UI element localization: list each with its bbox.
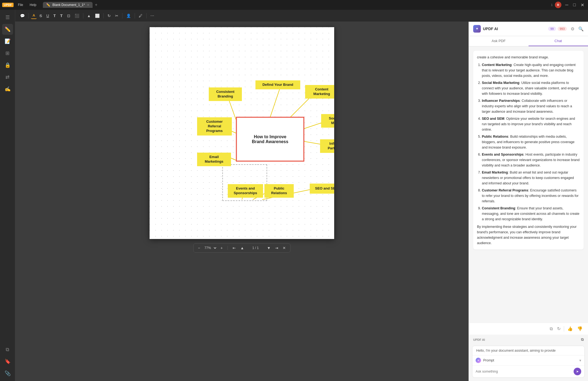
ai-search-btn[interactable]: 🔍 — [578, 26, 584, 32]
close-button[interactable]: ✕ — [579, 2, 586, 8]
zoom-in-btn[interactable]: + — [219, 245, 224, 251]
message-list: Content Marketing: Create high-quality a… — [477, 62, 580, 222]
markup-tool-btn[interactable]: 🖊 — [137, 12, 144, 19]
active-tab[interactable]: ✏️ Blank Document_1_1* ✕ — [43, 2, 93, 8]
refresh-btn[interactable]: ↻ — [556, 325, 562, 332]
node-social-media[interactable]: Social MediaMarketing — [321, 114, 334, 128]
ai-messages[interactable]: create a cohesive and memorable brand im… — [469, 46, 588, 323]
mind-map: How to ImproveBrand Awareness Defind You… — [150, 27, 334, 239]
pdf-area[interactable]: How to ImproveBrand Awareness Defind You… — [15, 22, 469, 381]
app-logo: UPDF — [2, 3, 14, 7]
node-content-marketing[interactable]: ContentMarketing — [305, 85, 334, 99]
node-influencer[interactable]: InfluenceerPartnesships — [320, 139, 334, 153]
ask-input[interactable] — [476, 370, 574, 373]
main-layout: ☰ ✏️ 📝 ⊞ 🔒 ⇄ ✍ ⧉ 🔖 📎 💬 A S U T T ⊡ ⬛ ▲ ⬜… — [0, 10, 588, 381]
sep6 — [146, 13, 147, 18]
comment-tool-btn[interactable]: 💬 — [18, 12, 26, 19]
svg-line-0 — [270, 88, 280, 118]
last-page-btn[interactable]: ⇥ — [274, 245, 279, 251]
ai-footer-actions: ⧉ ↻ 👍 👎 — [469, 323, 588, 335]
thumbs-up-btn[interactable]: 👍 — [566, 325, 574, 332]
copy-label-btn[interactable]: ⧉ — [581, 337, 584, 342]
first-page-btn[interactable]: ⇤ — [232, 245, 237, 251]
svg-line-9 — [303, 141, 322, 144]
svg-line-1 — [288, 95, 312, 119]
tab-chat[interactable]: Chat — [529, 36, 588, 46]
pdf-page: How to ImproveBrand Awareness Defind You… — [150, 27, 334, 239]
thumbs-down-btn[interactable]: 👎 — [576, 325, 584, 332]
rotate-tool-btn[interactable]: ↻ — [106, 12, 112, 19]
svg-line-3 — [228, 98, 236, 119]
node-customer-referral[interactable]: CustomerReferralPrograms — [197, 117, 232, 136]
close-pagination-btn[interactable]: ✕ — [282, 245, 287, 251]
user-avatar[interactable]: R — [555, 2, 561, 8]
sep3 — [103, 13, 104, 18]
version-badge: 1 — [551, 3, 553, 7]
zoom-out-btn[interactable]: − — [197, 245, 201, 251]
list-item: Public Relations: Build relationships wi… — [482, 134, 580, 150]
left-sidebar: ☰ ✏️ 📝 ⊞ 🔒 ⇄ ✍ ⧉ 🔖 📎 — [0, 10, 15, 381]
border-tool-btn[interactable]: ⬜ — [93, 12, 101, 19]
node-events[interactable]: Events andSponsorships — [228, 184, 263, 198]
send-button[interactable]: ➤ — [574, 368, 581, 375]
highlight-tool-btn[interactable]: A — [31, 12, 37, 19]
sidebar-layers-icon[interactable]: ⧉ — [2, 344, 13, 355]
sidebar-view-icon[interactable]: ☰ — [2, 12, 13, 23]
strikethrough-tool-btn[interactable]: S — [38, 12, 43, 19]
sidebar-organize-icon[interactable]: ⊞ — [2, 48, 13, 59]
menu-help[interactable]: Help — [27, 2, 39, 8]
minimize-button[interactable]: ─ — [564, 2, 570, 8]
more-tool-btn[interactable]: ⋯ — [149, 12, 156, 19]
image-tool-btn[interactable]: ⬛ — [73, 12, 81, 19]
tab-add-button[interactable]: + — [94, 2, 98, 7]
maximize-button[interactable]: □ — [571, 2, 577, 8]
copy-btn[interactable]: ⧉ — [549, 325, 554, 332]
menu-file[interactable]: File — [16, 2, 25, 8]
titlebar: UPDF File Help ✏️ Blank Document_1_1* ✕ … — [0, 0, 588, 10]
sidebar-sign-icon[interactable]: ✍ — [2, 84, 13, 95]
ai-settings-btn[interactable]: ⚙ — [571, 26, 574, 32]
ai-header: ✦ UPDF AI 99 993 ⚙ 🔍 — [469, 22, 588, 36]
sep4 — [122, 13, 122, 18]
ai-response-message: create a cohesive and memorable brand im… — [473, 51, 584, 250]
badge-purple: 99 — [548, 27, 556, 31]
prev-page-btn[interactable]: ▲ — [239, 245, 245, 251]
page-input[interactable] — [247, 246, 264, 250]
prompt-arrow-icon: ▾ — [579, 358, 581, 363]
message-intro: create a cohesive and memorable brand im… — [477, 55, 549, 59]
sidebar-edit-icon[interactable]: ✏️ — [2, 24, 13, 35]
tab-ask-pdf[interactable]: Ask PDF — [469, 36, 529, 46]
zoom-select[interactable]: 77% 50% 100% 125% — [203, 246, 217, 250]
ai-tabs: Ask PDF Chat — [469, 36, 588, 46]
center-box: How to ImproveBrand Awareness — [236, 117, 304, 162]
tab-close-button[interactable]: ✕ — [87, 3, 89, 7]
tab-icon: ✏️ — [46, 3, 50, 7]
prompt-row[interactable]: ✦ Prompt ▾ — [472, 355, 584, 366]
user-tool-btn[interactable]: 👤 — [125, 12, 132, 19]
list-item: Events and Sponsorships: Host events, pa… — [482, 152, 580, 168]
text-format-tool-btn[interactable]: T — [58, 12, 64, 19]
sidebar-bookmark-icon[interactable]: 🔖 — [2, 356, 13, 367]
node-public-relations[interactable]: PublicRelations — [264, 184, 294, 198]
list-item: Influencer Partnerships: Collaborate wit… — [482, 98, 580, 114]
ai-badges: 99 993 — [548, 27, 567, 31]
text-box-tool-btn[interactable]: ⊡ — [65, 12, 72, 19]
sidebar-comment-icon[interactable]: 📝 — [2, 36, 13, 47]
text-color-tool-btn[interactable]: T — [52, 12, 58, 19]
pagination-sep — [227, 246, 228, 250]
node-seo-sem[interactable]: SEO and SEM — [310, 184, 334, 194]
sep5 — [135, 13, 135, 18]
sidebar-convert-icon[interactable]: ⇄ — [2, 72, 13, 83]
crop-tool-btn[interactable]: ✂ — [113, 12, 120, 19]
node-define-brand[interactable]: Defind Your Brand — [255, 80, 300, 89]
tab-label: Blank Document_1_1* — [52, 3, 85, 7]
node-email-marketing[interactable]: EmailMarketings — [197, 153, 231, 166]
fill-color-tool-btn[interactable]: ▲ — [86, 12, 93, 19]
prompt-label: Prompt — [483, 358, 579, 362]
next-page-btn[interactable]: ▼ — [266, 245, 272, 251]
sidebar-attach-icon[interactable]: 📎 — [2, 368, 13, 379]
sidebar-protect-icon[interactable]: 🔒 — [2, 60, 13, 71]
node-consistent-branding[interactable]: ConsistentBranding — [209, 87, 242, 101]
ai-logo-icon: ✦ — [473, 25, 481, 33]
underline-tool-btn[interactable]: U — [45, 12, 51, 19]
